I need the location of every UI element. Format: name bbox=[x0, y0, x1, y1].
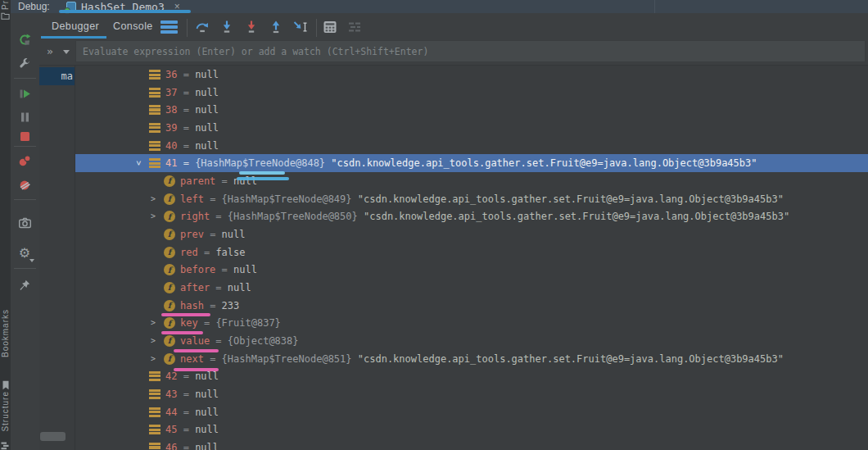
step-over-button[interactable] bbox=[195, 20, 210, 34]
equals-sign: = bbox=[210, 211, 228, 222]
panel-divider bbox=[75, 66, 75, 450]
variable-name: 36 bbox=[165, 69, 177, 80]
rerun-button[interactable] bbox=[16, 31, 33, 48]
tree-row[interactable]: >fvalue = {Object@838} bbox=[75, 332, 868, 350]
thread-dump-button[interactable] bbox=[16, 215, 33, 231]
variable-name: red bbox=[180, 247, 198, 258]
variable-name: after bbox=[180, 282, 210, 293]
toolwindow-project-label: Pr bbox=[1, 0, 10, 10]
tree-row[interactable]: 36 = null bbox=[75, 66, 868, 84]
array-element-icon bbox=[149, 389, 160, 399]
tree-row[interactable]: 44 = null bbox=[75, 403, 868, 421]
variable-value: null bbox=[195, 87, 219, 98]
toolwindow-bookmarks-tab[interactable]: Bookmarks bbox=[0, 309, 11, 380]
tree-row[interactable]: fred = false bbox=[75, 243, 868, 261]
collapse-icon[interactable]: > bbox=[133, 152, 143, 174]
tree-row[interactable]: 46 = null bbox=[75, 439, 868, 450]
chevron-down-icon[interactable] bbox=[63, 50, 70, 54]
variable-name: 46 bbox=[165, 442, 177, 450]
tree-row[interactable]: fprev = null bbox=[75, 225, 868, 243]
array-element-icon bbox=[149, 70, 160, 80]
stop-button[interactable] bbox=[16, 128, 33, 144]
expand-icon[interactable]: > bbox=[142, 318, 164, 328]
options-menu-button[interactable] bbox=[160, 20, 178, 34]
run-to-cursor-icon bbox=[292, 20, 309, 34]
step-out-button[interactable] bbox=[269, 20, 283, 34]
frame-row-selected[interactable]: ma bbox=[39, 67, 75, 85]
run-to-cursor-button[interactable] bbox=[292, 20, 309, 34]
force-step-into-icon bbox=[244, 20, 259, 34]
view-breakpoints-button[interactable] bbox=[16, 152, 33, 169]
variable-value: null bbox=[233, 264, 257, 275]
frames-horizontal-scrollbar[interactable] bbox=[40, 432, 66, 441]
wrench-button[interactable] bbox=[16, 56, 33, 72]
tree-row[interactable]: 38 = null bbox=[75, 101, 868, 119]
expand-icon[interactable]: > bbox=[142, 336, 164, 346]
pause-button[interactable] bbox=[16, 109, 33, 125]
tab-console[interactable]: Console bbox=[113, 13, 153, 39]
tree-row[interactable]: fparent = null bbox=[75, 172, 868, 190]
tree-row[interactable]: 45 = null bbox=[75, 420, 868, 439]
mute-breakpoints-button[interactable] bbox=[16, 177, 33, 193]
array-element-icon bbox=[149, 88, 160, 98]
structure-icon[interactable] bbox=[0, 442, 11, 450]
field-icon: f bbox=[164, 300, 175, 311]
debug-header: Debug: HashSet_Demo3 × bbox=[11, 0, 868, 13]
left-toolwindow-bar: Pr Bookmarks Structure bbox=[0, 0, 11, 450]
evaluate-input[interactable] bbox=[75, 40, 866, 62]
wrench-icon bbox=[18, 57, 31, 70]
variable-name: 39 bbox=[165, 122, 177, 134]
settings-button[interactable]: ⚙ bbox=[16, 245, 33, 261]
variable-string-value: "csdn.knowledge.api_tools.gather.set.Fru… bbox=[358, 211, 789, 222]
toolwindow-structure-tab[interactable]: Structure bbox=[0, 391, 11, 441]
frame-label: ma bbox=[61, 70, 73, 82]
variable-reference: {Fruit@837} bbox=[215, 317, 280, 329]
variable-string-value: "csdn.knowledge.api_tools.gather.set.Fru… bbox=[352, 193, 784, 205]
tree-row[interactable]: fafter = null bbox=[75, 279, 868, 297]
tree-row[interactable]: >fkey = {Fruit@837} bbox=[75, 314, 868, 332]
variable-name: 42 bbox=[165, 370, 177, 382]
equals-sign: = bbox=[204, 193, 222, 205]
toolwindow-project-tab[interactable]: Pr bbox=[0, 0, 11, 11]
variable-name: 41 bbox=[165, 157, 177, 169]
equals-sign: = bbox=[204, 229, 222, 240]
variable-reference: {HashMap$TreeNode@851} bbox=[222, 353, 352, 365]
pin-button[interactable] bbox=[16, 277, 33, 293]
toolbar-divider bbox=[14, 146, 36, 147]
field-icon: f bbox=[164, 193, 175, 205]
expand-icon[interactable]: > bbox=[142, 354, 164, 364]
field-icon: f bbox=[164, 175, 175, 187]
tree-row[interactable]: fhash = 233 bbox=[75, 297, 868, 315]
expand-icon[interactable]: > bbox=[142, 211, 164, 221]
tree-row[interactable]: 39 = null bbox=[75, 119, 868, 137]
bookmark-icon[interactable] bbox=[0, 380, 11, 391]
force-step-into-button[interactable] bbox=[244, 20, 259, 34]
equals-sign: = bbox=[210, 282, 228, 293]
step-into-button[interactable] bbox=[219, 20, 234, 34]
tree-row[interactable]: >fright = {HashMap$TreeNode@850} "csdn.k… bbox=[75, 207, 868, 225]
resume-button[interactable] bbox=[16, 85, 33, 102]
array-element-icon bbox=[149, 123, 160, 133]
tree-row[interactable]: fbefore = null bbox=[75, 261, 868, 279]
evaluate-expression-button[interactable] bbox=[323, 20, 337, 34]
expand-chevrons-icon[interactable]: » bbox=[47, 45, 53, 57]
layout-settings-button[interactable] bbox=[347, 20, 362, 35]
variable-name: before bbox=[180, 264, 215, 275]
variable-name: parent bbox=[180, 175, 215, 187]
tree-row[interactable]: >fnext = {HashMap$TreeNode@851} "csdn.kn… bbox=[75, 350, 868, 368]
tree-row[interactable]: 43 = null bbox=[75, 385, 868, 403]
expand-icon[interactable]: > bbox=[142, 194, 164, 204]
tree-row[interactable]: >fleft = {HashMap$TreeNode@849} "csdn.kn… bbox=[75, 190, 868, 208]
tree-row[interactable]: 40 = null bbox=[75, 137, 868, 155]
equals-sign: = bbox=[177, 407, 195, 418]
variable-reference: {HashMap$TreeNode@848} bbox=[195, 157, 325, 169]
toolbar-divider bbox=[14, 199, 36, 200]
intellij-debug-panel: Pr Bookmarks Structure Debug: HashSet_De… bbox=[0, 0, 868, 450]
tree-row[interactable]: 37 = null bbox=[75, 84, 868, 102]
tree-row[interactable]: 42 = null bbox=[75, 367, 868, 385]
project-folder-icon[interactable] bbox=[0, 11, 11, 21]
resume-icon bbox=[19, 88, 31, 100]
tree-row[interactable]: >41 = {HashMap$TreeNode@848} "csdn.knowl… bbox=[75, 154, 868, 172]
variable-name: left bbox=[180, 193, 204, 205]
array-element-icon bbox=[149, 407, 160, 417]
